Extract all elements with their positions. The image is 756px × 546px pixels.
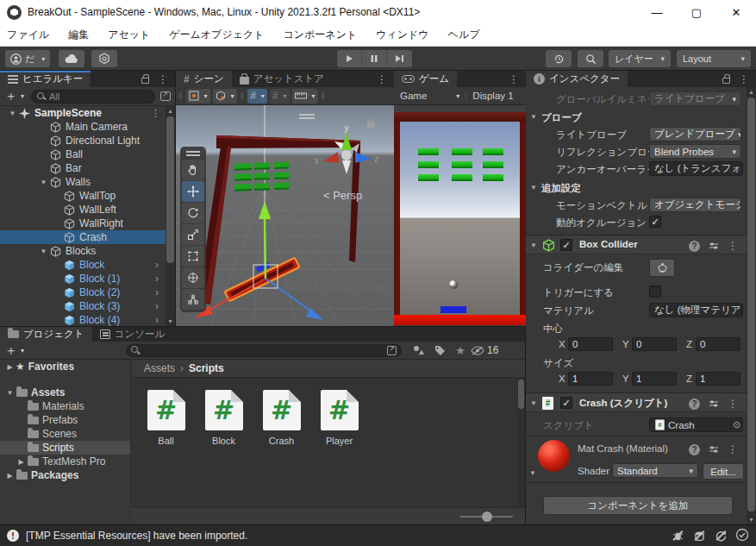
search-by-label-button[interactable] [429,343,450,358]
kebab-menu-icon[interactable] [739,73,749,85]
cloud-services-button[interactable] [59,50,84,67]
add-component-button[interactable]: コンポーネントを追加 [543,496,733,515]
pause-button[interactable] [362,50,387,67]
menu-item[interactable]: ゲームオブジェクト [169,28,264,42]
game-mode-dropdown[interactable]: Game [394,91,427,101]
gizmo-toggle-button[interactable]: ▾ [186,89,210,104]
expand-arrow-icon[interactable] [16,458,27,466]
expand-arrow-icon[interactable] [38,248,49,255]
game-viewport[interactable] [394,105,526,326]
grid-visibility-button[interactable]: ▾ [247,89,267,104]
console-message-icon[interactable] [7,530,19,542]
thumbnail-zoom-slider[interactable] [459,516,513,518]
inspector-scrollbar[interactable]: ▲ ▼ [747,87,756,524]
hierarchy-row[interactable]: Bar › ⋮ [0,161,166,175]
prefab-chevron-icon[interactable]: › [155,300,159,312]
project-search-input[interactable] [143,345,384,355]
kebab-menu-icon[interactable] [158,73,168,85]
foldout-arrow-icon[interactable] [530,184,537,191]
reflection-probes-dropdown[interactable]: Blend Probes [649,144,741,159]
lock-icon[interactable] [722,78,730,84]
breadcrumb-current[interactable]: Scripts [189,362,224,374]
kebab-menu-icon[interactable] [509,73,519,85]
help-icon[interactable] [689,241,700,252]
scroll-up-icon[interactable]: ▲ [166,108,175,114]
scene-viewport[interactable]: y x z < Persp [176,105,394,326]
shader-edit-button[interactable]: Edit... [703,463,744,480]
hierarchy-row[interactable]: WallRight › ⋮ [0,217,166,230]
prefab-chevron-icon[interactable]: › [155,273,159,285]
prefab-chevron-icon[interactable]: › [155,314,159,326]
project-tree-row[interactable]: ★ Prefabs [0,413,130,427]
tab-asset-store[interactable]: アセットストア [232,71,332,87]
tab-inspector[interactable]: インスペクター [526,71,628,87]
hierarchy-row[interactable]: Walls › ⋮ [0,175,166,189]
menu-item[interactable]: 編集 [68,28,89,42]
hidden-packages-toggle[interactable]: 16 [471,343,502,358]
open-new-window-icon[interactable] [387,346,397,355]
is-trigger-checkbox[interactable] [649,286,661,298]
scroll-down-icon[interactable]: ▼ [166,318,175,324]
close-button[interactable]: ✕ [716,0,756,24]
kebab-menu-icon[interactable] [728,398,738,410]
project-tree-row[interactable]: ★ Scenes [0,427,130,441]
help-icon[interactable] [689,399,700,410]
expand-arrow-icon[interactable] [38,179,49,186]
expand-arrow-icon[interactable] [4,363,16,371]
expand-arrow-icon[interactable] [7,110,18,117]
menu-item[interactable]: ファイル [7,28,49,42]
center-x-field[interactable]: 0 [568,337,613,351]
hand-tool-button[interactable] [182,160,204,180]
hierarchy-row[interactable]: Block (1) › ⋮ [0,272,166,286]
kebab-menu-icon[interactable]: ⋮ [151,108,160,119]
project-tree-row[interactable]: ★ Assets [0,386,130,399]
foldout-arrow-icon[interactable] [530,113,537,121]
foldout-arrow-icon[interactable] [530,242,537,249]
scale-tool-button[interactable] [182,224,204,245]
tab-scene[interactable]: シーン [176,71,232,87]
component-enabled-checkbox[interactable] [560,239,572,251]
help-icon[interactable] [689,444,700,455]
create-asset-button[interactable]: ＋▾ [4,342,24,359]
favorite-search-button[interactable]: ★ [450,343,471,358]
tools-drag-handle[interactable] [186,151,200,156]
scroll-down-icon[interactable]: ▼ [747,517,756,523]
maximize-button[interactable]: ▢ [677,0,716,24]
tab-project[interactable]: プロジェクト [0,327,92,342]
kebab-menu-icon[interactable] [728,443,738,455]
hierarchy-row[interactable]: Block (3) › ⋮ [0,299,166,313]
crash-script-header[interactable]: Crash (スクリプト) [526,392,747,412]
hierarchy-row[interactable]: WallLeft › ⋮ [0,203,166,217]
custom-tool-button[interactable] [182,289,204,310]
physic-material-field[interactable]: なし (物理マテリア [649,303,743,317]
hierarchy-row[interactable]: Ball › ⋮ [0,147,166,161]
layout-dropdown[interactable]: Layout [677,50,751,67]
hierarchy-row[interactable]: SampleScene › ⋮ [0,106,166,120]
background-tasks-done-icon[interactable] [735,528,749,544]
search-by-type-button[interactable] [409,343,429,358]
motion-vectors-dropdown[interactable]: オブジェクトモーショ [649,198,741,212]
menu-item[interactable]: ヘルプ [448,28,480,42]
prefab-chevron-icon[interactable]: › [155,286,159,298]
object-picker-icon[interactable] [730,418,742,431]
box-collider-header[interactable]: Box Collider [526,235,747,254]
menu-item[interactable]: コンポーネント [284,28,358,42]
display-dropdown[interactable]: Display 1 [472,91,513,101]
tab-game[interactable]: ゲーム [394,71,457,87]
move-tool-button[interactable] [182,181,204,202]
expand-arrow-icon[interactable] [4,472,16,480]
auto-refresh-off-icon[interactable] [714,529,728,543]
foldout-arrow-icon[interactable] [530,399,537,407]
hierarchy-row[interactable]: WallTop › ⋮ [0,189,166,203]
center-z-field[interactable]: 0 [696,337,740,351]
inspector-scroll-thumb[interactable] [747,97,755,511]
scene-blocks[interactable] [234,161,289,191]
add-gameobject-button[interactable]: ＋▾ [4,88,24,104]
hierarchy-row[interactable]: Block (4) › ⋮ [0,313,166,326]
hierarchy-row[interactable]: Block (2) › ⋮ [0,286,166,299]
project-scroll-thumb[interactable] [518,380,524,409]
kebab-menu-icon[interactable] [377,73,387,85]
tab-console[interactable]: コンソール [92,327,173,342]
menu-item[interactable]: ウィンドウ [376,28,428,42]
center-y-field[interactable]: 0 [632,337,677,351]
